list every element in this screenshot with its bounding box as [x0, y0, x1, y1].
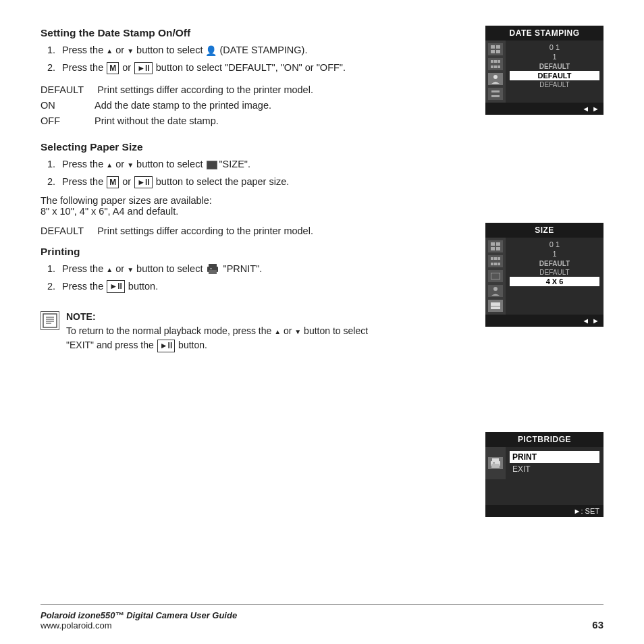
svg-rect-17 [494, 65, 497, 68]
svg-rect-39 [493, 462, 495, 464]
size-icon-1 [488, 240, 503, 252]
svg-rect-31 [498, 263, 500, 265]
date-stamping-panel: DATE STAMPING [485, 26, 603, 115]
size-note-text: The following paper sizes are available: [41, 195, 212, 206]
footer-brand: Polaroid izone550™ Digital Camera User G… [41, 610, 237, 620]
size-footer-right: ► [592, 317, 599, 325]
size-num-row: 0 1 [510, 240, 599, 248]
note-icon [41, 311, 59, 330]
date-num2-row: 1 [510, 53, 599, 61]
def-row-off: OFF Print without the date stamp. [41, 113, 603, 129]
size-step-1-num: 1. [47, 157, 62, 172]
svg-rect-23 [496, 242, 500, 246]
m-button-icon[interactable]: M [107, 62, 119, 75]
svg-rect-4 [43, 314, 57, 327]
size-panel-footer: ◄ ► [485, 315, 603, 327]
svg-rect-10 [496, 45, 500, 49]
def-desc-on: Add the date stamp to the printed image. [95, 98, 271, 113]
pict-footer-text: ►: SET [574, 507, 599, 515]
size-step-2-num: 2. [47, 175, 62, 190]
date-item-3: DEFAULT [510, 80, 599, 89]
size-nums: 0 1 [549, 240, 560, 248]
size-item-3: 4 X 6 [510, 277, 599, 286]
svg-rect-2 [209, 270, 217, 274]
date-item-1: DEFAULT [510, 62, 599, 71]
size-def-term: DEFAULT [41, 223, 84, 239]
svg-rect-13 [491, 60, 493, 63]
svg-rect-38 [491, 464, 500, 468]
svg-rect-16 [491, 65, 493, 68]
size-down-icon [127, 159, 134, 169]
svg-rect-18 [498, 65, 500, 68]
svg-rect-20 [491, 90, 500, 92]
printer-icon [207, 264, 219, 274]
size-step-1-text: Press the or button to select "SIZE". [62, 157, 603, 172]
svg-rect-27 [494, 257, 497, 260]
print-up-icon [106, 263, 113, 274]
date-icon-2 [488, 58, 503, 70]
size-num2: 1 [552, 250, 556, 258]
date-footer-left: ◄ [582, 105, 589, 113]
note-up-icon [274, 325, 281, 336]
step-1-num: 1. [47, 43, 62, 58]
size-item-1: DEFAULT [510, 259, 599, 268]
pict-menu-col: PRINT EXIT [506, 447, 603, 479]
pict-printer-icon [488, 457, 503, 469]
def-term-off: OFF [41, 113, 81, 129]
up-arrow-icon [106, 45, 113, 55]
svg-rect-22 [491, 242, 495, 246]
note-play-button[interactable]: ►ll [157, 340, 176, 352]
note-content: NOTE: To return to the normal playback m… [66, 310, 392, 352]
date-menu-col: 0 1 1 DEFAULT DEFAULT DEFAULT [506, 41, 603, 103]
svg-rect-35 [491, 306, 500, 309]
pict-panel-body: PRINT EXIT [485, 447, 603, 479]
date-icon-4 [488, 88, 503, 100]
print-play-button[interactable]: ►ll [107, 280, 125, 293]
print-down-icon [127, 263, 134, 274]
size-icon-4 [488, 285, 503, 297]
date-footer-right: ► [592, 105, 599, 113]
size-up-icon [106, 159, 113, 169]
pict-icons-col [485, 447, 506, 479]
pict-panel-header: PICTBRIDGE [485, 432, 603, 447]
date-icon-3 [488, 73, 503, 85]
svg-rect-3 [210, 268, 212, 269]
size-panel-icons [485, 238, 506, 315]
svg-rect-12 [496, 50, 500, 53]
size-num2-row: 1 [510, 250, 599, 258]
page: Setting the Date Stamp On/Off 1. Press t… [0, 0, 644, 644]
svg-rect-24 [491, 247, 495, 250]
play-pause-icon[interactable]: ►ll [134, 62, 153, 75]
def-desc-default: Print settings differ according to the p… [97, 82, 313, 98]
svg-rect-32 [491, 273, 500, 279]
size-steps: 1. Press the or button to select "SIZE".… [47, 157, 603, 190]
size-icon-3 [488, 270, 503, 282]
size-icon-2 [488, 255, 503, 267]
svg-rect-25 [496, 247, 500, 250]
size-step-2: 2. Press the M or ►ll button to select t… [47, 175, 603, 190]
size-m-button[interactable]: M [107, 176, 119, 189]
note-down-icon [294, 325, 301, 336]
svg-rect-26 [491, 257, 493, 260]
date-panel-footer: ◄ ► [485, 103, 603, 115]
date-nums: 0 1 [549, 43, 560, 51]
date-num2: 1 [552, 53, 556, 61]
pict-panel: PICTBRIDGE PRINT EXIT ►: SET [485, 432, 603, 517]
svg-rect-9 [491, 45, 495, 49]
svg-rect-11 [491, 50, 495, 53]
svg-point-33 [493, 287, 498, 291]
footer-left: Polaroid izone550™ Digital Camera User G… [41, 610, 237, 630]
def-desc-off: Print without the date stamp. [95, 113, 219, 129]
pict-item-print: PRINT [510, 451, 599, 463]
size-icon-5 [488, 300, 503, 312]
svg-rect-1 [209, 264, 217, 267]
date-icon-1 [488, 43, 503, 55]
size-play-button[interactable]: ►ll [134, 176, 153, 189]
size-def-desc: Print settings differ according to the p… [97, 223, 313, 239]
date-panel-body: 0 1 1 DEFAULT DEFAULT DEFAULT [485, 41, 603, 103]
footer-website: www.polaroid.com [41, 620, 237, 630]
print-step-1-num: 1. [47, 262, 62, 277]
note-title: NOTE: [66, 310, 392, 324]
note-section: NOTE: To return to the normal playback m… [41, 310, 392, 352]
pict-panel-footer: ►: SET [485, 505, 603, 517]
